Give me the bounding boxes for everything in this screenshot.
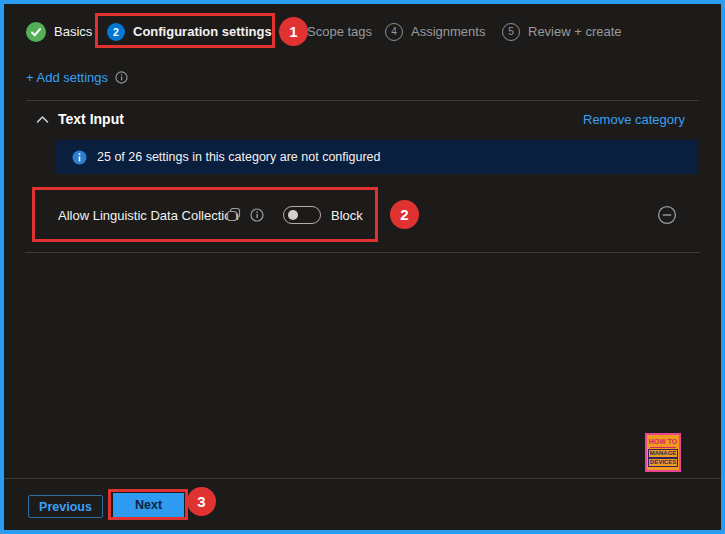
previous-button[interactable]: Previous: [28, 495, 103, 518]
section-divider: [25, 252, 700, 253]
category-title: Text Input: [58, 111, 124, 127]
step-number-badge: 4: [385, 23, 403, 41]
wizard-screen: { "steps": { "items": [ { "label": "Basi…: [0, 0, 725, 534]
annotation-marker-2: 2: [390, 200, 419, 229]
step-assignments[interactable]: 4 Assignments: [385, 17, 485, 46]
check-icon: [26, 22, 46, 42]
setting-name-label: Allow Linguistic Data Collection: [58, 208, 239, 223]
setting-toggle[interactable]: [283, 206, 321, 224]
add-settings-link[interactable]: + Add settings: [26, 70, 108, 85]
info-icon[interactable]: [250, 208, 264, 222]
htmd-logo: HOW TO MANAGE DEVICES: [645, 433, 681, 472]
section-divider: [26, 100, 699, 101]
step-label: Review + create: [528, 24, 622, 39]
footer-divider: [4, 478, 721, 479]
logo-text: MANAGE: [648, 449, 679, 458]
logo-divider: [650, 447, 676, 448]
banner-message: 25 of 26 settings in this category are n…: [97, 150, 381, 164]
toggle-knob: [288, 210, 298, 220]
annotation-marker-1: 1: [279, 17, 308, 46]
step-label: Assignments: [411, 24, 485, 39]
step-label: Configuration settings: [133, 24, 272, 39]
logo-text: HOW TO: [649, 438, 678, 446]
remove-setting-button[interactable]: [657, 205, 677, 225]
step-basics[interactable]: Basics: [26, 17, 92, 46]
info-icon: [72, 150, 87, 165]
step-label: Scope tags: [307, 24, 372, 39]
step-number-badge: 2: [107, 23, 125, 41]
info-banner: 25 of 26 settings in this category are n…: [55, 140, 698, 174]
remove-category-link[interactable]: Remove category: [583, 112, 685, 127]
step-configuration-settings[interactable]: 2 Configuration settings: [107, 17, 272, 46]
step-review-create[interactable]: 5 Review + create: [502, 17, 622, 46]
step-label: Basics: [54, 24, 92, 39]
info-icon[interactable]: [115, 71, 128, 84]
next-button[interactable]: Next: [113, 493, 184, 517]
step-number-badge: 5: [502, 23, 520, 41]
chevron-up-icon: [36, 115, 49, 124]
logo-text: DEVICES: [648, 458, 678, 467]
minus-circle-icon: [657, 205, 677, 225]
setting-value-label: Block: [331, 208, 363, 223]
category-collapse-button[interactable]: [32, 109, 52, 129]
annotation-marker-3: 3: [187, 487, 216, 516]
copy-icon[interactable]: [226, 207, 241, 222]
